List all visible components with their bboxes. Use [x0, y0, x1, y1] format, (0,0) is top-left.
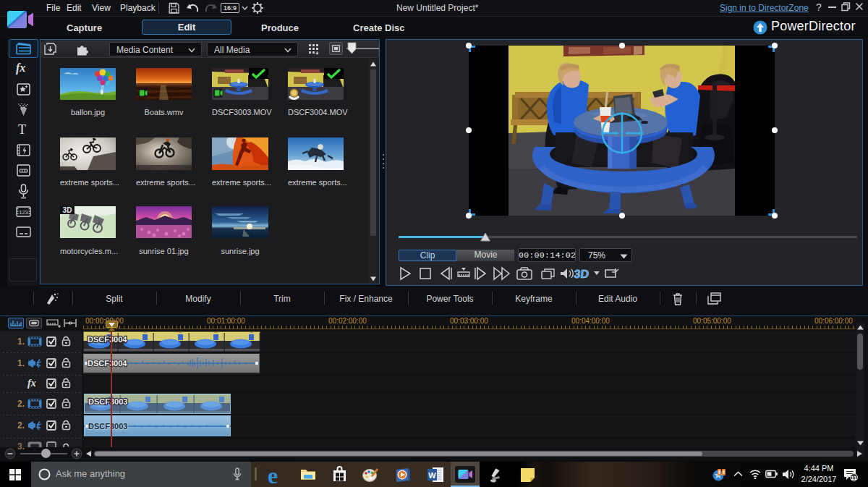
svg-text:123: 123 — [19, 209, 28, 216]
svg-text:DSCF3004: DSCF3004 — [88, 359, 127, 368]
svg-text:DSCF3003: DSCF3003 — [88, 397, 127, 406]
svg-text:W: W — [428, 471, 436, 480]
svg-text:11: 11 — [851, 475, 857, 481]
svg-text:3D: 3D — [574, 267, 590, 280]
svg-text:DSCF3003: DSCF3003 — [88, 422, 127, 431]
svg-text:DSCF3004: DSCF3004 — [88, 335, 127, 344]
svg-text:3D: 3D — [63, 206, 72, 214]
